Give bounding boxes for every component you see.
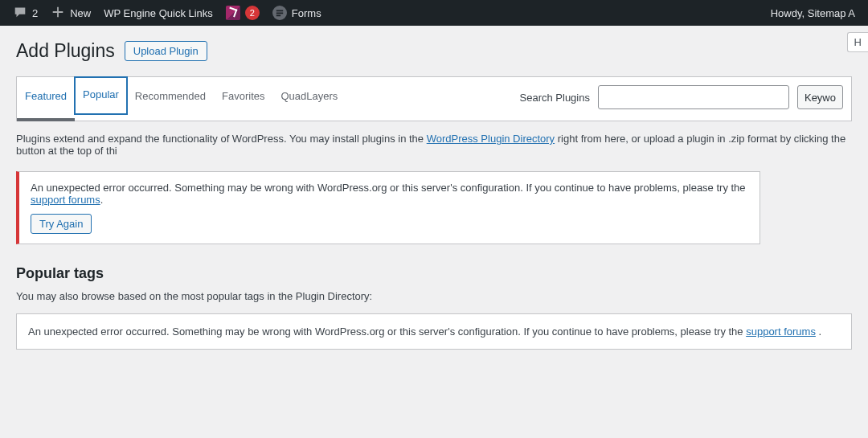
wpengine-label: WP Engine Quick Links <box>104 7 213 19</box>
try-again-button[interactable]: Try Again <box>31 214 92 234</box>
tab-featured[interactable]: Featured <box>17 77 75 121</box>
howdy-text: Howdy, Sitemap A <box>771 7 855 19</box>
popular-tags-heading: Popular tags <box>16 265 852 282</box>
error2-post: . <box>819 325 822 338</box>
plugin-filter-bar: Featured Popular Recommended Favorites Q… <box>16 76 852 121</box>
comment-icon <box>13 5 27 22</box>
plugins-description: Plugins extend and expand the functional… <box>16 133 852 157</box>
tab-favorites[interactable]: Favorites <box>214 77 272 121</box>
support-forums-link-2[interactable]: support forums <box>746 325 816 338</box>
tab-popular[interactable]: Popular <box>75 77 127 114</box>
toolbar-forms[interactable]: Forms <box>266 0 328 26</box>
new-label: New <box>70 7 91 19</box>
yoast-icon <box>226 6 240 20</box>
yoast-badge: 2 <box>245 6 260 20</box>
error2-text: An unexpected error occurred. Something … <box>28 325 746 338</box>
tab-quadlayers[interactable]: QuadLayers <box>272 77 346 121</box>
toolbar-comments[interactable]: 2 <box>6 0 44 26</box>
keyword-dropdown[interactable]: Keywo <box>797 85 843 109</box>
toolbar-yoast[interactable]: 2 <box>219 0 266 26</box>
popular-tags-sub: You may also browse based on the most po… <box>16 290 852 302</box>
upload-plugin-button[interactable]: Upload Plugin <box>125 41 207 61</box>
page-title: Add Plugins <box>16 40 115 62</box>
title-bar: Add Plugins Upload Plugin <box>16 40 852 62</box>
error-message: An unexpected error occurred. Something … <box>31 182 748 206</box>
search-input[interactable] <box>598 85 789 109</box>
desc-pre: Plugins extend and expand the functional… <box>16 133 427 145</box>
error-notice: An unexpected error occurred. Something … <box>16 171 760 244</box>
forms-label: Forms <box>292 7 321 19</box>
toolbar-howdy[interactable]: Howdy, Sitemap A <box>764 0 862 26</box>
search-label: Search Plugins <box>520 92 590 104</box>
tab-recommended[interactable]: Recommended <box>127 77 214 121</box>
admin-toolbar: 2 New WP Engine Quick Links 2 Forms Howd… <box>0 0 868 26</box>
support-forums-link[interactable]: support forums <box>31 194 100 206</box>
forms-icon <box>272 6 287 20</box>
error-text: An unexpected error occurred. Something … <box>31 182 746 194</box>
plus-icon <box>51 5 65 22</box>
error-notice-2: An unexpected error occurred. Something … <box>16 313 852 350</box>
toolbar-wpengine[interactable]: WP Engine Quick Links <box>97 0 219 26</box>
filter-tabs: Featured Popular Recommended Favorites Q… <box>17 77 346 121</box>
toolbar-new[interactable]: New <box>44 0 97 26</box>
plugin-directory-link[interactable]: WordPress Plugin Directory <box>427 133 555 145</box>
search-area: Search Plugins Keywo <box>520 77 851 109</box>
help-tab[interactable]: H <box>847 32 868 52</box>
error-period: . <box>100 194 104 206</box>
page-wrap: Add Plugins Upload Plugin Featured Popul… <box>0 26 868 366</box>
comments-count: 2 <box>32 7 38 19</box>
